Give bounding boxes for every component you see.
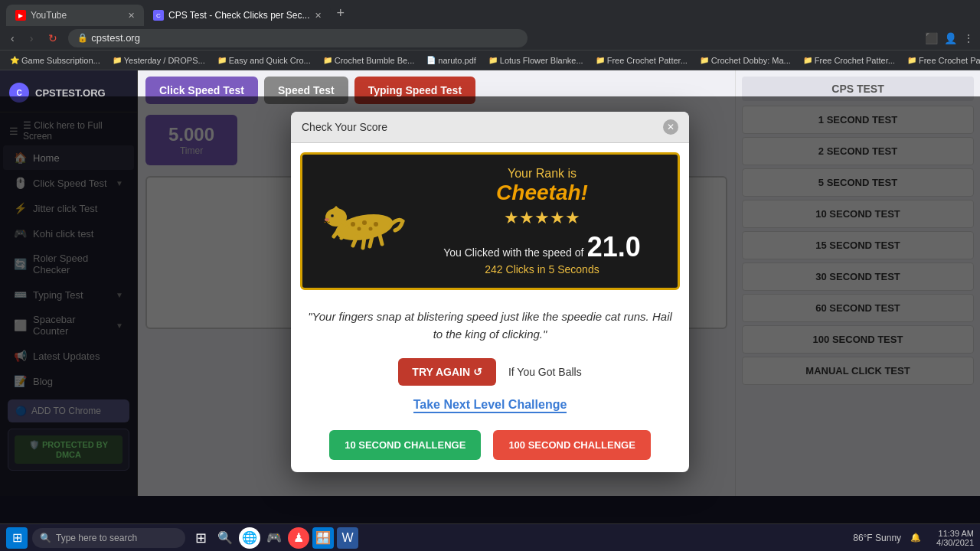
tab-cps-close[interactable]: ✕ (315, 11, 322, 21)
svg-point-3 (351, 222, 355, 227)
profile-icon[interactable]: 👤 (944, 32, 957, 44)
svg-point-4 (362, 220, 367, 225)
tab-cps[interactable]: C CPS Test - Check Clicks per Sec... ✕ (144, 5, 331, 26)
bookmark-free1-icon: 📁 (596, 56, 605, 64)
taskbar-time: 11:39 AM 4/30/2021 (936, 529, 974, 547)
taskbar-app-3[interactable]: 🎮 (263, 527, 285, 549)
challenge-10sec-button[interactable]: 10 SECOND CHALLENGE (329, 430, 481, 460)
reload-button[interactable]: ↻ (44, 31, 62, 46)
nav-typing-speed-label: Typing Speed Test (368, 84, 462, 96)
score-modal: Check Your Score ✕ (291, 112, 689, 472)
bookmark-crochet1[interactable]: 📁 Easy and Quick Cro... (214, 54, 315, 67)
stars-display: ★★★★★ (419, 208, 665, 228)
taskbar: ⊞ 🔍 Type here to search ⊞ 🔍 🌐 🎮 ♟ 🪟 W 86… (0, 523, 980, 551)
bookmark-game[interactable]: ⭐ Game Subscription... (6, 54, 104, 67)
bookmark-free3[interactable]: 📁 Free Crochet Patter... (903, 54, 980, 67)
bookmark-yesterday[interactable]: 📁 Yesterday / DROPS... (109, 54, 209, 67)
svg-point-10 (325, 218, 329, 221)
bookmark-crochet1-label: Easy and Quick Cro... (229, 56, 311, 65)
clicks-info: 242 Clicks in 5 Seconds (419, 263, 665, 276)
start-button[interactable]: ⊞ (6, 527, 28, 549)
taskbar-apps: ⊞ 🔍 🌐 🎮 ♟ 🪟 W (190, 527, 358, 549)
address-bar: ‹ › ↻ 🔒 cpstest.org ⬛ 👤 ⋮ (0, 26, 980, 51)
tab-youtube-label: YouTube (31, 10, 67, 21)
extensions-icon[interactable]: ⬛ (925, 32, 938, 44)
bookmark-game-label: Game Subscription... (21, 56, 100, 65)
notification-icon[interactable]: 🔔 (910, 533, 921, 543)
taskbar-search-label: Type here to search (56, 533, 137, 543)
svg-point-9 (332, 215, 333, 217)
youtube-favicon: ▶ (15, 10, 26, 21)
nav-click-speed-label: Click Speed Test (159, 84, 244, 96)
bookmark-naruto-icon: 📄 (426, 56, 436, 64)
bookmark-naruto[interactable]: 📄 naruto.pdf (423, 54, 480, 67)
bookmark-bumble-label: Crochet Bumble Be... (335, 56, 415, 65)
try-again-section: TRY AGAIN ↺ If You Got Balls (291, 352, 689, 392)
bookmark-free1[interactable]: 📁 Free Crochet Patter... (592, 54, 691, 67)
bookmark-bumble[interactable]: 📁 Crochet Bumble Be... (319, 54, 419, 67)
try-again-button[interactable]: TRY AGAIN ↺ (398, 358, 496, 386)
bookmark-free3-label: Free Crochet Patter... (919, 56, 980, 65)
score-card: Your Rank is Cheetah! ★★★★★ You Clicked … (300, 152, 680, 290)
modal-overlay: Check Your Score ✕ (0, 96, 980, 523)
bookmark-game-icon: ⭐ (10, 56, 19, 64)
taskbar-app-5[interactable]: 🪟 (312, 527, 334, 549)
challenge-100sec-button[interactable]: 100 SECOND CHALLENGE (493, 430, 650, 460)
svg-point-7 (369, 227, 373, 231)
bookmark-yesterday-icon: 📁 (113, 56, 122, 64)
if-balls-text: If You Got Balls (508, 366, 582, 378)
forward-button[interactable]: › (25, 31, 38, 46)
windows-icon: ⊞ (12, 530, 22, 545)
bookmark-free2-icon: 📁 (803, 56, 812, 64)
new-tab-button[interactable]: + (331, 1, 351, 26)
back-button[interactable]: ‹ (6, 31, 19, 46)
modal-header: Check Your Score ✕ (291, 112, 689, 143)
cps-favicon: C (153, 10, 164, 21)
speed-text: You Clicked with the speed of 21.0 (419, 231, 665, 263)
svg-point-1 (325, 208, 347, 227)
bookmark-dobby-icon: 📁 (700, 56, 709, 64)
bookmark-free3-icon: 📁 (907, 56, 916, 64)
menu-icon[interactable]: ⋮ (963, 32, 974, 44)
cheetah-image (315, 191, 407, 252)
bookmark-dobby[interactable]: 📁 Crochet Dobby: Ma... (696, 54, 795, 67)
url-bar[interactable]: 🔒 cpstest.org (68, 29, 528, 47)
try-again-label: TRY AGAIN ↺ (412, 366, 482, 378)
tab-youtube-close[interactable]: ✕ (128, 11, 135, 21)
bookmarks-bar: ⭐ Game Subscription... 📁 Yesterday / DRO… (0, 51, 980, 70)
bookmark-lotus[interactable]: 📁 Lotus Flower Blanke... (485, 54, 587, 67)
next-challenge-section: Take Next Level Challenge (291, 392, 689, 427)
bookmark-yesterday-label: Yesterday / DROPS... (124, 56, 205, 65)
time-display: 11:39 AM (936, 529, 974, 538)
taskbar-app-1[interactable]: ⊞ (190, 527, 211, 549)
rank-name: Cheetah! (419, 181, 665, 205)
taskbar-weather: 86°F Sunny (853, 533, 901, 543)
date-display: 4/30/2021 (936, 538, 974, 547)
bookmark-free2[interactable]: 📁 Free Crochet Patter... (799, 54, 899, 67)
taskbar-search[interactable]: 🔍 Type here to search (32, 528, 185, 548)
taskbar-app-4[interactable]: ♟ (288, 527, 309, 549)
quote-section: "Your fingers snap at blistering speed j… (291, 299, 689, 352)
taskbar-app-2[interactable]: 🔍 (214, 527, 236, 549)
tab-bar: ▶ YouTube ✕ C CPS Test - Check Clicks pe… (0, 0, 980, 26)
svg-line-14 (380, 235, 382, 244)
modal-close-button[interactable]: ✕ (663, 119, 678, 135)
challenge-buttons: 10 SECOND CHALLENGE 100 SECOND CHALLENGE (291, 427, 689, 472)
svg-line-12 (363, 238, 364, 248)
svg-line-13 (370, 236, 372, 246)
tab-cps-label: CPS Test - Check Clicks per Sec... (168, 10, 310, 21)
taskbar-app-6[interactable]: W (337, 527, 358, 549)
score-info: Your Rank is Cheetah! ★★★★★ You Clicked … (419, 167, 665, 276)
url-text: cpstest.org (91, 32, 140, 44)
tab-youtube[interactable]: ▶ YouTube ✕ (6, 5, 144, 26)
taskbar-right: 86°F Sunny 🔔 11:39 AM 4/30/2021 (853, 529, 974, 547)
speed-prefix: You Clicked with the speed of (443, 246, 583, 259)
next-challenge-title: Take Next Level Challenge (413, 398, 567, 413)
speed-value: 21.0 (587, 231, 641, 262)
taskbar-app-chrome[interactable]: 🌐 (239, 527, 260, 549)
lock-icon: 🔒 (77, 33, 88, 43)
quote-text: "Your fingers snap at blistering speed j… (308, 310, 672, 341)
bookmark-free2-label: Free Crochet Patter... (815, 56, 895, 65)
nav-speed-test-label: Speed Test (278, 84, 335, 96)
bookmark-bumble-icon: 📁 (323, 56, 332, 64)
